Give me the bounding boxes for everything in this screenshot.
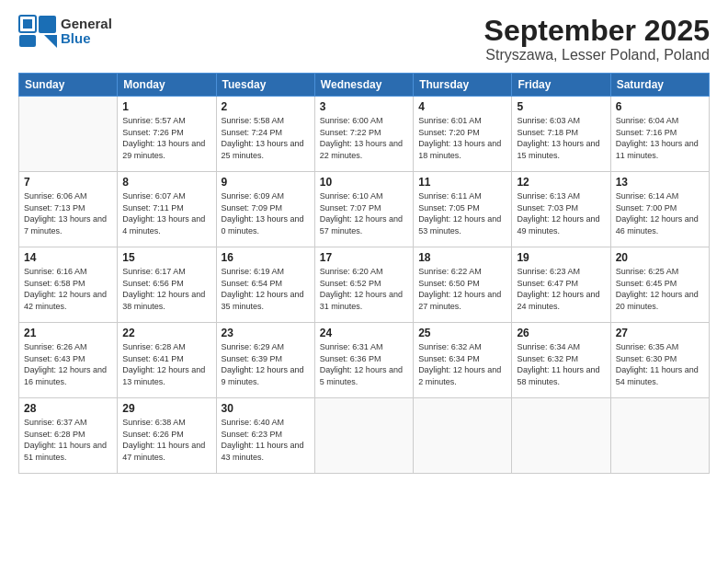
day-info: Sunrise: 6:38 AMSunset: 6:26 PMDaylight:…	[122, 417, 210, 463]
day-number: 28	[24, 402, 112, 415]
table-row: 20 Sunrise: 6:25 AMSunset: 6:45 PMDaylig…	[610, 247, 709, 323]
day-info: Sunrise: 6:40 AMSunset: 6:23 PMDaylight:…	[222, 417, 310, 463]
day-number: 5	[517, 100, 605, 113]
day-info: Sunrise: 6:19 AMSunset: 6:54 PMDaylight:…	[222, 266, 310, 312]
table-row	[610, 398, 709, 474]
table-row: 24 Sunrise: 6:31 AMSunset: 6:36 PMDaylig…	[314, 323, 413, 398]
day-info: Sunrise: 6:26 AMSunset: 6:43 PMDaylight:…	[24, 341, 112, 387]
day-number: 18	[418, 251, 506, 264]
day-number: 7	[24, 176, 112, 189]
table-row: 25 Sunrise: 6:32 AMSunset: 6:34 PMDaylig…	[414, 323, 512, 398]
day-number: 24	[320, 327, 408, 339]
day-number: 9	[222, 176, 310, 189]
day-info: Sunrise: 6:35 AMSunset: 6:30 PMDaylight:…	[616, 341, 704, 387]
day-info: Sunrise: 6:07 AMSunset: 7:11 PMDaylight:…	[122, 190, 210, 236]
day-info: Sunrise: 6:00 AMSunset: 7:22 PMDaylight:…	[320, 115, 408, 161]
table-row: 9 Sunrise: 6:09 AMSunset: 7:09 PMDayligh…	[216, 172, 314, 247]
day-number: 19	[517, 251, 605, 264]
day-number: 16	[222, 251, 310, 264]
col-wednesday: Wednesday	[314, 74, 413, 97]
day-number: 13	[616, 176, 704, 189]
col-friday: Friday	[512, 74, 610, 97]
table-row	[19, 97, 118, 172]
svg-marker-4	[44, 35, 57, 48]
day-info: Sunrise: 6:37 AMSunset: 6:28 PMDaylight:…	[24, 417, 112, 463]
calendar-table: Sunday Monday Tuesday Wednesday Thursday…	[18, 73, 710, 474]
page: General Blue September 2025 Stryszawa, L…	[0, 0, 728, 563]
day-number: 14	[24, 251, 112, 264]
table-row: 18 Sunrise: 6:22 AMSunset: 6:50 PMDaylig…	[414, 247, 512, 323]
day-info: Sunrise: 6:28 AMSunset: 6:41 PMDaylight:…	[122, 341, 210, 387]
day-info: Sunrise: 6:03 AMSunset: 7:18 PMDaylight:…	[517, 115, 605, 161]
table-row: 5 Sunrise: 6:03 AMSunset: 7:18 PMDayligh…	[512, 97, 610, 172]
day-number: 21	[24, 327, 112, 339]
table-row	[414, 398, 512, 474]
day-number: 12	[517, 176, 605, 189]
table-row: 16 Sunrise: 6:19 AMSunset: 6:54 PMDaylig…	[216, 247, 314, 323]
logo-words: General Blue	[61, 17, 112, 47]
day-number: 15	[122, 251, 210, 264]
calendar-week-1: 1 Sunrise: 5:57 AMSunset: 7:26 PMDayligh…	[19, 97, 710, 172]
calendar-body: 1 Sunrise: 5:57 AMSunset: 7:26 PMDayligh…	[19, 97, 710, 474]
logo-general-text: General	[61, 17, 112, 32]
table-row: 6 Sunrise: 6:04 AMSunset: 7:16 PMDayligh…	[610, 97, 709, 172]
table-row: 2 Sunrise: 5:58 AMSunset: 7:24 PMDayligh…	[216, 97, 314, 172]
day-info: Sunrise: 6:09 AMSunset: 7:09 PMDaylight:…	[222, 190, 310, 236]
table-row: 15 Sunrise: 6:17 AMSunset: 6:56 PMDaylig…	[118, 247, 216, 323]
day-number: 3	[320, 100, 408, 113]
day-number: 30	[222, 402, 310, 415]
table-row: 26 Sunrise: 6:34 AMSunset: 6:32 PMDaylig…	[512, 323, 610, 398]
day-info: Sunrise: 6:17 AMSunset: 6:56 PMDaylight:…	[122, 266, 210, 312]
day-info: Sunrise: 6:22 AMSunset: 6:50 PMDaylight:…	[418, 266, 506, 312]
day-number: 10	[320, 176, 408, 189]
table-row: 7 Sunrise: 6:06 AMSunset: 7:13 PMDayligh…	[19, 172, 118, 247]
table-row: 21 Sunrise: 6:26 AMSunset: 6:43 PMDaylig…	[19, 323, 118, 398]
day-info: Sunrise: 6:06 AMSunset: 7:13 PMDaylight:…	[24, 190, 112, 236]
header: General Blue September 2025 Stryszawa, L…	[18, 15, 710, 63]
month-title: September 2025	[484, 15, 710, 47]
table-row: 1 Sunrise: 5:57 AMSunset: 7:26 PMDayligh…	[118, 97, 216, 172]
day-info: Sunrise: 6:04 AMSunset: 7:16 PMDaylight:…	[616, 115, 704, 161]
day-info: Sunrise: 6:25 AMSunset: 6:45 PMDaylight:…	[616, 266, 704, 312]
table-row: 22 Sunrise: 6:28 AMSunset: 6:41 PMDaylig…	[118, 323, 216, 398]
col-saturday: Saturday	[610, 74, 709, 97]
day-info: Sunrise: 6:13 AMSunset: 7:03 PMDaylight:…	[517, 190, 605, 236]
calendar-week-3: 14 Sunrise: 6:16 AMSunset: 6:58 PMDaylig…	[19, 247, 710, 323]
day-number: 27	[616, 327, 704, 339]
day-number: 8	[122, 176, 210, 189]
day-number: 1	[122, 100, 210, 113]
logo-blue-text: Blue	[61, 31, 112, 47]
col-sunday: Sunday	[19, 74, 118, 97]
table-row: 4 Sunrise: 6:01 AMSunset: 7:20 PMDayligh…	[414, 97, 512, 172]
day-number: 4	[418, 100, 506, 113]
col-thursday: Thursday	[414, 74, 512, 97]
day-number: 29	[122, 402, 210, 415]
day-number: 2	[222, 100, 310, 113]
calendar-header-row: Sunday Monday Tuesday Wednesday Thursday…	[19, 74, 710, 97]
table-row: 8 Sunrise: 6:07 AMSunset: 7:11 PMDayligh…	[118, 172, 216, 247]
title-area: September 2025 Stryszawa, Lesser Poland,…	[484, 15, 710, 63]
table-row: 19 Sunrise: 6:23 AMSunset: 6:47 PMDaylig…	[512, 247, 610, 323]
location: Stryszawa, Lesser Poland, Poland	[484, 47, 710, 63]
calendar-week-5: 28 Sunrise: 6:37 AMSunset: 6:28 PMDaylig…	[19, 398, 710, 474]
svg-rect-3	[39, 16, 56, 33]
table-row: 17 Sunrise: 6:20 AMSunset: 6:52 PMDaylig…	[314, 247, 413, 323]
day-info: Sunrise: 5:57 AMSunset: 7:26 PMDaylight:…	[122, 115, 210, 161]
day-number: 25	[418, 327, 506, 339]
day-number: 20	[616, 251, 704, 264]
day-number: 17	[320, 251, 408, 264]
table-row	[314, 398, 413, 474]
day-info: Sunrise: 6:14 AMSunset: 7:00 PMDaylight:…	[616, 190, 704, 236]
day-info: Sunrise: 6:11 AMSunset: 7:05 PMDaylight:…	[418, 190, 506, 236]
logo-icon	[18, 15, 57, 48]
day-number: 23	[222, 327, 310, 339]
table-row: 14 Sunrise: 6:16 AMSunset: 6:58 PMDaylig…	[19, 247, 118, 323]
day-info: Sunrise: 6:34 AMSunset: 6:32 PMDaylight:…	[517, 341, 605, 387]
day-info: Sunrise: 6:29 AMSunset: 6:39 PMDaylight:…	[222, 341, 310, 387]
day-number: 6	[616, 100, 704, 113]
svg-rect-1	[23, 19, 32, 29]
table-row: 29 Sunrise: 6:38 AMSunset: 6:26 PMDaylig…	[118, 398, 216, 474]
table-row: 13 Sunrise: 6:14 AMSunset: 7:00 PMDaylig…	[610, 172, 709, 247]
col-monday: Monday	[118, 74, 216, 97]
table-row: 10 Sunrise: 6:10 AMSunset: 7:07 PMDaylig…	[314, 172, 413, 247]
